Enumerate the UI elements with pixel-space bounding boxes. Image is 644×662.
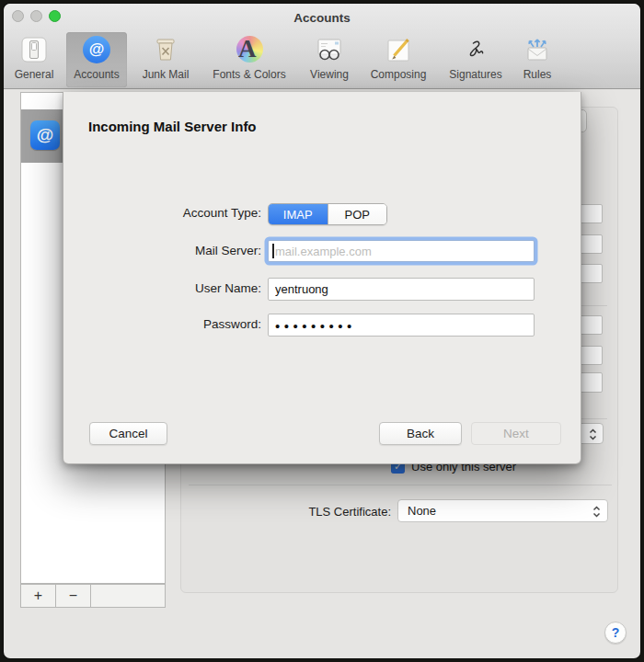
toolbar-label-signatures: Signatures [449,68,501,81]
password-input[interactable] [268,314,535,337]
window-title: Accounts [4,11,640,25]
switch-icon [19,35,49,64]
tls-certificate-value: None [408,504,436,518]
remove-account-button[interactable]: − [56,585,91,607]
toolbar-label-composing: Composing [371,68,427,81]
toolbar-item-rules[interactable]: Rules [515,32,559,87]
toolbar-label-viewing: Viewing [310,68,349,81]
tls-certificate-popup[interactable]: None [397,499,608,522]
toolbar-item-signatures[interactable]: Signatures [436,32,515,87]
user-name-label: User Name: [123,281,261,295]
account-at-icon: @ [30,120,60,150]
signature-icon [461,35,490,64]
help-question-icon: ? [612,625,620,640]
toolbar-item-fonts-colors[interactable]: A Fonts & Colors [201,32,297,87]
help-button[interactable]: ? [604,622,627,644]
add-account-button[interactable]: + [21,585,56,607]
segment-imap[interactable]: IMAP [269,204,328,224]
segment-pop[interactable]: POP [328,204,387,224]
toolbar-item-accounts[interactable]: @ Accounts [66,32,127,87]
glasses-icon [315,35,344,64]
next-button: Next [471,422,561,445]
account-type-segmented-control: IMAP POP [268,203,387,225]
account-type-label: Account Type: [123,206,261,220]
toolbar-item-viewing[interactable]: Viewing [300,32,359,87]
sidebar-footer-spacer [91,585,165,607]
mail-server-label: Mail Server: [123,244,261,257]
pencil-icon [384,35,413,64]
toolbar-item-composing[interactable]: Composing [362,32,435,87]
back-button[interactable]: Back [379,422,462,445]
trash-icon [151,35,180,64]
text-caret [272,244,274,258]
mail-preferences-window: Accounts General @ Accounts [4,4,640,658]
password-label: Password: [123,317,261,331]
at-icon: @ [82,35,111,64]
incoming-mail-server-sheet: Incoming Mail Server Info Account Type: … [63,92,581,464]
toolbar-item-general[interactable]: General [8,32,60,87]
sidebar-footer: + − [20,584,166,608]
envelope-arrows-icon [523,35,552,64]
tls-certificate-label: TLS Certificate: [253,505,391,519]
toolbar-label-junk-mail: Junk Mail [143,68,190,81]
fonts-icon: A [235,35,264,64]
toolbar-label-general: General [15,68,54,81]
popup-chevrons-icon [588,428,598,441]
popup-chevrons-icon [592,505,602,519]
titlebar-toolbar: Accounts General @ Accounts [4,4,640,89]
toolbar-label-accounts: Accounts [74,68,119,81]
user-name-input[interactable] [268,278,535,301]
toolbar-label-rules: Rules [523,68,552,81]
toolbar-item-junk-mail[interactable]: Junk Mail [132,32,199,87]
mail-server-input[interactable] [268,240,535,262]
divider [189,485,612,485]
toolbar-label-fonts-colors: Fonts & Colors [213,68,285,81]
sheet-title: Incoming Mail Server Info [88,119,257,134]
cancel-button[interactable]: Cancel [89,422,167,445]
